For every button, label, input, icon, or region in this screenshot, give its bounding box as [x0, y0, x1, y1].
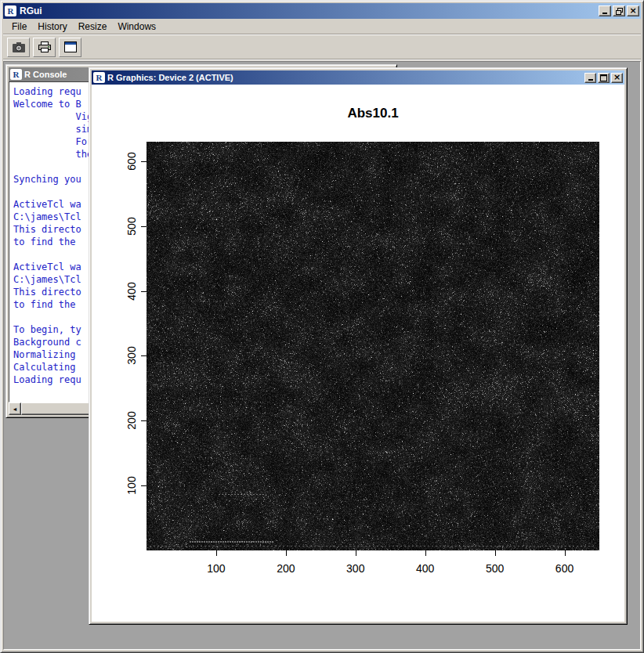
- x-tick-mark: [425, 550, 426, 556]
- toolbar: [3, 35, 641, 59]
- x-tick-label: 400: [408, 562, 443, 575]
- menu-windows[interactable]: Windows: [112, 20, 161, 34]
- y-tick-mark: [141, 355, 147, 356]
- window-icon: [64, 41, 77, 52]
- app-r-icon: R: [5, 5, 16, 16]
- x-tick-label: 600: [548, 562, 582, 575]
- window-button[interactable]: [59, 38, 81, 57]
- y-tick-label: 300: [125, 338, 136, 373]
- y-tick-label: 600: [125, 144, 136, 179]
- y-tick-label: 100: [125, 468, 136, 503]
- x-tick-label: 100: [199, 562, 233, 575]
- graphics-titlebar[interactable]: R R Graphics: Device 2 (ACTIVE) ×: [92, 70, 624, 85]
- graphics-r-icon: R: [93, 72, 105, 83]
- mdi-area: R R Console Loading requ Welcome to B Vi…: [3, 61, 641, 650]
- main-titlebar[interactable]: R RGui ×: [3, 3, 641, 19]
- minimize-icon: [602, 13, 607, 14]
- x-tick-label: 500: [478, 562, 512, 575]
- graphics-title: R Graphics: Device 2 (ACTIVE): [107, 73, 582, 82]
- plot-image: [147, 142, 599, 550]
- x-tick-mark: [286, 550, 287, 556]
- camera-button[interactable]: [7, 38, 30, 57]
- toolbar-separator: [3, 59, 641, 60]
- scroll-left-button[interactable]: ◄: [9, 402, 21, 415]
- y-tick-mark: [141, 420, 147, 421]
- x-tick-label: 300: [338, 562, 373, 575]
- close-icon: ×: [613, 73, 620, 81]
- menubar: File History Resize Windows: [3, 19, 641, 34]
- minimize-button[interactable]: [599, 5, 611, 16]
- rgui-window: R RGui × File History Resize Windows: [0, 0, 644, 653]
- y-tick-mark: [141, 226, 147, 227]
- y-tick-mark: [141, 291, 147, 292]
- x-tick-mark: [216, 550, 217, 556]
- minimize-icon: [588, 79, 593, 81]
- restore-icon: [616, 8, 623, 15]
- x-tick-mark: [356, 550, 356, 556]
- menu-history[interactable]: History: [32, 20, 72, 34]
- plot-title: Abs10.1: [147, 106, 599, 121]
- plot-region: Abs10.1 10020030040050060010020030040050…: [92, 85, 624, 622]
- x-tick-mark: [495, 550, 496, 556]
- graphics-close-button[interactable]: ×: [611, 73, 623, 83]
- close-button[interactable]: ×: [627, 5, 639, 16]
- console-r-icon: R: [10, 69, 22, 80]
- x-tick-mark: [565, 550, 566, 556]
- y-tick-mark: [141, 485, 147, 486]
- menu-file[interactable]: File: [6, 20, 32, 34]
- maximize-icon: [600, 74, 607, 81]
- camera-icon: [12, 41, 26, 53]
- scroll-thumb[interactable]: [21, 402, 92, 415]
- y-tick-label: 500: [125, 209, 136, 244]
- graphics-maximize-button[interactable]: [598, 73, 610, 83]
- main-window-controls: ×: [599, 5, 639, 16]
- graphics-minimize-button[interactable]: [584, 73, 596, 83]
- y-tick-mark: [141, 161, 147, 162]
- y-tick-label: 200: [125, 403, 136, 438]
- restore-button[interactable]: [613, 5, 625, 16]
- y-tick-label: 400: [125, 274, 136, 308]
- x-tick-label: 200: [269, 562, 303, 575]
- print-button[interactable]: [33, 38, 56, 57]
- menu-resize[interactable]: Resize: [73, 20, 113, 34]
- graphics-window: R R Graphics: Device 2 (ACTIVE) × Abs10.…: [89, 67, 628, 625]
- window-title: RGui: [20, 5, 595, 16]
- close-icon: ×: [629, 6, 636, 15]
- graphics-window-controls: ×: [584, 73, 623, 83]
- printer-icon: [38, 41, 52, 53]
